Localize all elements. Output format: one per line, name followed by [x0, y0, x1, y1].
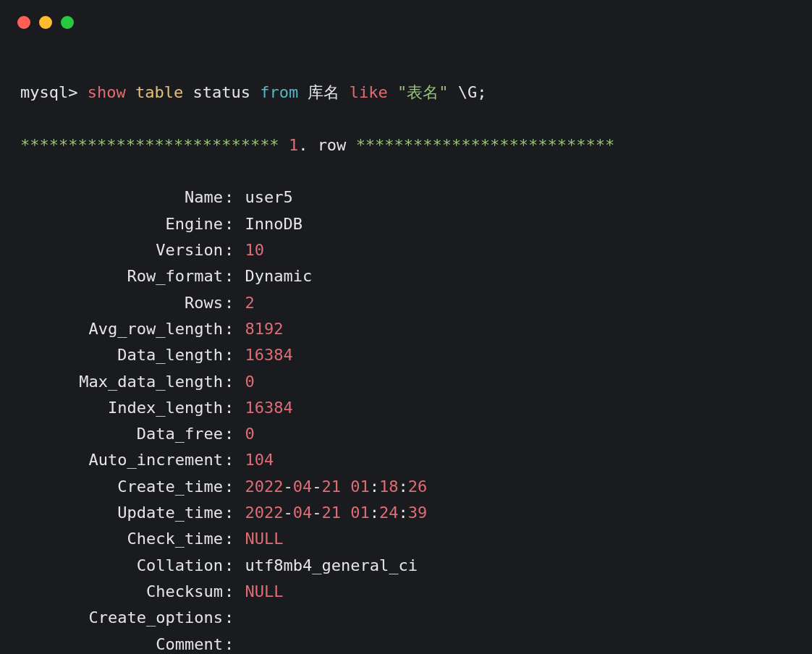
- field-colon: :: [223, 369, 245, 395]
- field-colon: :: [223, 421, 245, 447]
- window-titlebar: [0, 0, 812, 41]
- field-colon: :: [223, 474, 245, 500]
- field-colon: :: [223, 447, 245, 473]
- field-label: Rows: [20, 290, 223, 316]
- field-row: Auto_increment: 104: [20, 447, 792, 473]
- row-divider: *************************** 1. row *****…: [20, 132, 792, 158]
- field-colon: :: [223, 237, 245, 263]
- kw-like: like: [350, 83, 388, 101]
- field-value: utf8mb4_general_ci: [245, 553, 418, 579]
- field-value: 2022-04-21 01:18:26: [245, 474, 428, 500]
- field-colon: :: [223, 263, 245, 289]
- field-label: Name: [20, 184, 223, 211]
- field-value: 16384: [245, 395, 293, 421]
- field-row: Rows: 2: [20, 290, 792, 316]
- field-label: Check_time: [20, 526, 223, 552]
- close-icon[interactable]: [17, 16, 30, 29]
- stars-right: ***************************: [356, 136, 615, 154]
- field-label: Max_data_length: [20, 369, 223, 395]
- field-value: 2: [245, 290, 255, 316]
- vertG: \G: [458, 83, 478, 101]
- field-colon: :: [223, 290, 245, 316]
- field-row: Checksum: NULL: [20, 579, 792, 605]
- field-row: Row_format: Dynamic: [20, 263, 792, 289]
- kw-status: status: [193, 83, 250, 101]
- field-label: Checksum: [20, 579, 223, 605]
- field-value: 0: [245, 421, 255, 447]
- field-value: 10: [245, 237, 265, 263]
- field-label: Auto_increment: [20, 447, 223, 473]
- field-value: InnoDB: [245, 211, 303, 237]
- field-value: 2022-04-21 01:24:39: [245, 500, 428, 526]
- field-label: Comment: [20, 632, 223, 654]
- field-row: Engine: InnoDB: [20, 211, 792, 237]
- kw-table: table: [135, 83, 183, 101]
- field-colon: :: [223, 342, 245, 368]
- stars-left: ***************************: [20, 136, 279, 154]
- field-label: Create_time: [20, 474, 223, 500]
- field-colon: :: [223, 211, 245, 237]
- field-colon: :: [223, 316, 245, 342]
- field-row: Name: user5: [20, 184, 792, 211]
- field-label: Update_time: [20, 500, 223, 526]
- field-label: Row_format: [20, 263, 223, 289]
- field-value: Dynamic: [245, 263, 313, 289]
- field-row: Create_options:: [20, 605, 792, 631]
- kw-show: show: [88, 83, 126, 101]
- field-value: 0: [245, 369, 255, 395]
- mysql-prompt: mysql>: [20, 83, 77, 101]
- maximize-icon[interactable]: [61, 16, 74, 29]
- field-colon: :: [223, 579, 245, 605]
- kw-from: from: [260, 83, 298, 101]
- table-literal: "表名": [397, 83, 449, 101]
- field-colon: :: [223, 605, 245, 631]
- field-colon: :: [223, 395, 245, 421]
- field-row: Index_length: 16384: [20, 395, 792, 421]
- terminal-content[interactable]: mysql> show table status from 库名 like "表…: [0, 41, 812, 654]
- field-label: Index_length: [20, 395, 223, 421]
- field-colon: :: [223, 632, 245, 654]
- row-dot: .: [298, 136, 308, 154]
- dbname: 库名: [308, 83, 339, 101]
- field-row: Update_time: 2022-04-21 01:24:39: [20, 500, 792, 526]
- field-colon: :: [223, 184, 245, 211]
- field-label: Data_free: [20, 421, 223, 447]
- field-row: Data_length: 16384: [20, 342, 792, 368]
- field-colon: :: [223, 553, 245, 579]
- fields-list: Name: user5Engine: InnoDBVersion: 10Row_…: [20, 184, 792, 654]
- semicolon: ;: [477, 83, 486, 101]
- field-value: NULL: [245, 526, 284, 552]
- row-word: row: [318, 136, 347, 154]
- field-label: Data_length: [20, 342, 223, 368]
- terminal-window: mysql> show table status from 库名 like "表…: [0, 0, 812, 654]
- field-row: Check_time: NULL: [20, 526, 792, 552]
- field-value: 8192: [245, 316, 284, 342]
- field-label: Engine: [20, 211, 223, 237]
- field-row: Comment:: [20, 632, 792, 654]
- field-colon: :: [223, 500, 245, 526]
- field-row: Data_free: 0: [20, 421, 792, 447]
- field-row: Version: 10: [20, 237, 792, 263]
- field-row: Avg_row_length: 8192: [20, 316, 792, 342]
- field-colon: :: [223, 526, 245, 552]
- field-label: Version: [20, 237, 223, 263]
- field-label: Avg_row_length: [20, 316, 223, 342]
- field-value: user5: [245, 184, 293, 211]
- field-row: Max_data_length: 0: [20, 369, 792, 395]
- field-row: Create_time: 2022-04-21 01:18:26: [20, 474, 792, 500]
- command-line: mysql> show table status from 库名 like "表…: [20, 80, 792, 106]
- field-row: Collation: utf8mb4_general_ci: [20, 553, 792, 579]
- field-value: 16384: [245, 342, 293, 368]
- row-number: 1: [289, 136, 298, 154]
- field-label: Create_options: [20, 605, 223, 631]
- field-value: 104: [245, 447, 274, 473]
- field-value: NULL: [245, 579, 284, 605]
- minimize-icon[interactable]: [39, 16, 52, 29]
- field-label: Collation: [20, 553, 223, 579]
